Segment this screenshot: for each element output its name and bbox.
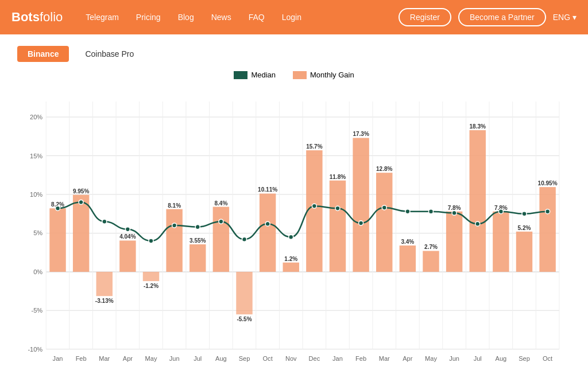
svg-text:Sep: Sep bbox=[239, 355, 250, 362]
nav-login[interactable]: Login bbox=[282, 13, 301, 22]
bar-line-chart: 20%15%10%5%0%-5%-10%8.2%9.95%-3.13%4.04%… bbox=[17, 85, 571, 378]
logo: Botsfolio bbox=[11, 10, 63, 25]
svg-rect-73 bbox=[470, 130, 486, 272]
legend-median: Median bbox=[234, 71, 276, 79]
svg-text:Jul: Jul bbox=[474, 355, 482, 362]
svg-point-87 bbox=[195, 225, 200, 229]
svg-text:12.8%: 12.8% bbox=[376, 166, 393, 172]
svg-rect-67 bbox=[400, 245, 416, 272]
svg-text:Aug: Aug bbox=[496, 355, 507, 362]
svg-point-96 bbox=[405, 209, 410, 214]
svg-rect-79 bbox=[539, 187, 555, 272]
nav-pricing[interactable]: Pricing bbox=[136, 13, 161, 22]
svg-text:8.4%: 8.4% bbox=[214, 200, 227, 206]
main-content: Binance Coinbase Pro Median Monthly Gain… bbox=[0, 34, 588, 378]
legend-monthly: Monthly Gain bbox=[293, 71, 354, 79]
svg-text:11.8%: 11.8% bbox=[330, 174, 346, 180]
svg-text:Sep: Sep bbox=[519, 355, 530, 362]
binance-tab[interactable]: Binance bbox=[17, 46, 69, 62]
svg-point-94 bbox=[359, 221, 363, 225]
svg-rect-69 bbox=[423, 251, 439, 271]
svg-text:0%: 0% bbox=[33, 268, 42, 275]
svg-point-84 bbox=[125, 227, 130, 232]
svg-text:Jul: Jul bbox=[194, 355, 202, 362]
svg-rect-51 bbox=[213, 207, 229, 272]
svg-rect-43 bbox=[119, 240, 136, 272]
svg-rect-39 bbox=[73, 195, 89, 272]
coinbase-tab[interactable]: Coinbase Pro bbox=[75, 46, 144, 62]
svg-point-90 bbox=[265, 221, 270, 226]
header-right: Register Become a Partner ENG ▾ bbox=[399, 8, 577, 26]
svg-rect-53 bbox=[236, 272, 252, 314]
svg-rect-75 bbox=[493, 212, 509, 272]
svg-text:20%: 20% bbox=[30, 114, 42, 120]
svg-text:Jun: Jun bbox=[169, 355, 180, 362]
legend-median-color bbox=[234, 71, 247, 79]
svg-text:4.04%: 4.04% bbox=[119, 233, 136, 240]
svg-rect-63 bbox=[353, 138, 369, 271]
svg-text:5%: 5% bbox=[33, 229, 42, 236]
svg-point-101 bbox=[522, 212, 527, 216]
language-selector[interactable]: ENG ▾ bbox=[553, 13, 577, 22]
svg-point-95 bbox=[382, 205, 386, 210]
logo-bold: Bots bbox=[11, 10, 40, 24]
svg-rect-71 bbox=[446, 212, 462, 272]
svg-point-98 bbox=[452, 211, 457, 215]
svg-rect-41 bbox=[96, 272, 113, 296]
svg-text:10.95%: 10.95% bbox=[538, 180, 558, 186]
svg-rect-77 bbox=[516, 232, 532, 272]
svg-rect-47 bbox=[166, 209, 182, 272]
main-header: Botsfolio Telegram Pricing Blog News FAQ… bbox=[0, 0, 588, 34]
legend-monthly-color bbox=[293, 71, 307, 79]
svg-text:-3.13%: -3.13% bbox=[95, 298, 114, 304]
svg-text:2.7%: 2.7% bbox=[424, 244, 438, 250]
svg-text:Mar: Mar bbox=[379, 355, 390, 362]
partner-button[interactable]: Become a Partner bbox=[458, 8, 546, 26]
svg-text:May: May bbox=[425, 355, 437, 362]
svg-text:Jan: Jan bbox=[332, 355, 343, 362]
nav-telegram[interactable]: Telegram bbox=[86, 13, 119, 22]
svg-text:-1.2%: -1.2% bbox=[144, 283, 158, 289]
svg-point-97 bbox=[428, 209, 433, 214]
svg-text:3.55%: 3.55% bbox=[189, 237, 206, 244]
svg-point-85 bbox=[149, 239, 153, 243]
svg-text:Dec: Dec bbox=[309, 355, 320, 362]
svg-point-89 bbox=[242, 237, 246, 241]
svg-rect-65 bbox=[376, 173, 392, 272]
svg-point-93 bbox=[335, 206, 340, 211]
svg-rect-59 bbox=[306, 150, 322, 272]
svg-text:-5.5%: -5.5% bbox=[237, 316, 252, 322]
svg-point-81 bbox=[56, 206, 60, 211]
svg-text:Nov: Nov bbox=[285, 355, 297, 362]
svg-point-99 bbox=[475, 221, 480, 226]
svg-text:Aug: Aug bbox=[215, 355, 227, 362]
svg-text:Apr: Apr bbox=[123, 355, 133, 362]
svg-text:Feb: Feb bbox=[355, 355, 366, 362]
svg-text:5.2%: 5.2% bbox=[518, 225, 531, 231]
chart-container: 20%15%10%5%0%-5%-10%8.2%9.95%-3.13%4.04%… bbox=[17, 85, 571, 378]
svg-rect-61 bbox=[330, 181, 346, 272]
svg-text:Oct: Oct bbox=[543, 355, 552, 362]
register-button[interactable]: Register bbox=[399, 8, 451, 26]
svg-text:15%: 15% bbox=[30, 153, 42, 159]
nav-blog[interactable]: Blog bbox=[178, 13, 194, 22]
svg-text:Jan: Jan bbox=[53, 355, 63, 362]
svg-rect-57 bbox=[283, 263, 299, 272]
svg-rect-45 bbox=[143, 272, 159, 281]
svg-point-100 bbox=[498, 209, 503, 214]
svg-text:8.1%: 8.1% bbox=[168, 202, 181, 209]
svg-text:-10%: -10% bbox=[28, 346, 42, 353]
svg-point-91 bbox=[289, 235, 293, 239]
svg-text:9.95%: 9.95% bbox=[73, 188, 90, 194]
legend-monthly-label: Monthly Gain bbox=[310, 71, 354, 79]
svg-text:10%: 10% bbox=[30, 191, 42, 198]
svg-rect-37 bbox=[49, 208, 65, 272]
nav-faq[interactable]: FAQ bbox=[249, 13, 265, 22]
main-nav: Telegram Pricing Blog News FAQ Login bbox=[86, 13, 399, 22]
svg-text:10.11%: 10.11% bbox=[258, 186, 277, 193]
svg-text:Mar: Mar bbox=[99, 355, 110, 362]
exchange-tabs: Binance Coinbase Pro bbox=[17, 46, 571, 62]
svg-text:7.8%: 7.8% bbox=[448, 205, 461, 211]
nav-news[interactable]: News bbox=[211, 13, 231, 22]
svg-text:May: May bbox=[145, 355, 157, 362]
